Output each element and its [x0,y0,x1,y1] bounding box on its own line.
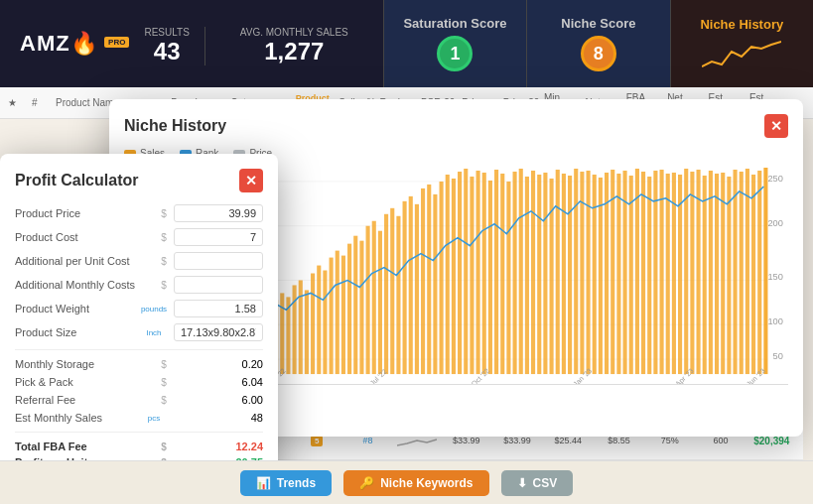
product-price-row: Product Price $ [15,204,263,222]
svg-rect-69 [488,181,492,374]
additional-unit-input[interactable] [174,252,263,270]
monthly-storage-row: Monthly Storage $ 0.20 [15,358,263,370]
svg-rect-51 [378,231,382,374]
product-weight-row: Product Weight pounds [15,300,263,317]
referral-label: Referral Fee [15,394,154,406]
sales-value: 1,277 [240,38,348,65]
product-cost-row: Product Cost $ [15,228,263,246]
product-size-input[interactable] [174,323,263,341]
svg-rect-60 [433,194,437,374]
svg-rect-112 [751,175,755,374]
svg-rect-105 [709,171,713,374]
svg-rect-50 [372,221,376,374]
svg-rect-44 [336,251,339,374]
product-size-row: Product Size Inch [15,323,263,341]
pick-pack-label: Pick & Pack [15,376,154,388]
product-weight-unit: pounds [134,305,174,314]
svg-rect-57 [415,204,419,374]
svg-rect-74 [519,169,523,374]
svg-rect-113 [757,171,761,374]
svg-rect-70 [494,170,498,374]
additional-monthly-row: Additional Monthly Costs $ [15,276,263,294]
svg-rect-53 [390,208,394,374]
product-margin-pct: 75% [648,436,691,445]
product-bsr: #8 [346,436,389,445]
product-price-label: Product Price [15,207,154,219]
product-revenue: $20,394 [750,436,793,446]
additional-unit-row: Additional per Unit Cost $ [15,252,263,270]
trends-button[interactable]: 📊 Trends [240,470,332,496]
logo: AMZ🔥 PRO [20,31,129,57]
saturation-badge: 1 [437,36,473,71]
modal-close-button[interactable]: ✕ [764,114,788,138]
additional-unit-unit: $ [154,256,174,267]
svg-rect-106 [715,174,719,374]
keywords-icon: 🔑 [359,476,374,490]
svg-rect-72 [506,182,510,374]
calc-divider-1 [15,349,263,350]
svg-rect-73 [513,172,517,374]
results-value: 43 [144,38,189,65]
pick-pack-row: Pick & Pack $ 6.04 [15,376,263,388]
bottom-action-bar: 📊 Trends 🔑 Niche Keywords ⬇ CSV [0,460,813,504]
svg-rect-42 [323,271,327,375]
product-cost-label: Product Cost [15,231,154,243]
niche-section: Niche Score 8 [526,0,669,87]
svg-rect-82 [568,176,572,374]
svg-rect-46 [347,244,351,374]
monthly-storage-unit: $ [154,359,174,370]
calc-header: Profit Calculator ✕ [15,169,263,192]
svg-rect-98 [666,174,670,374]
svg-text:250: 250 [767,174,782,184]
total-fba-label: Total FBA Fee [15,441,154,452]
svg-rect-108 [727,177,731,374]
csv-button[interactable]: ⬇ CSV [501,470,574,496]
additional-monthly-unit: $ [154,280,174,291]
product-net: $8.55 [598,436,640,445]
product-min-price: $25.44 [547,436,590,445]
history-section[interactable]: Niche History [670,0,813,87]
product-badge-col: 5 [296,436,339,445]
svg-rect-63 [452,179,456,374]
svg-rect-35 [280,293,284,374]
logo-section: AMZ🔥 PRO Results 43 Avg. Monthly Sales 1… [0,0,383,87]
svg-text:100: 100 [767,316,782,326]
additional-monthly-input[interactable] [174,276,263,294]
product-size-label: Product Size [15,326,134,338]
svg-text:50: 50 [773,351,783,361]
csv-icon: ⬇ [517,476,527,490]
product-price-input[interactable] [174,204,263,222]
col-star: ★ [8,97,28,108]
est-sales-unit: pcs [134,414,174,423]
svg-rect-94 [641,172,645,374]
top-bar: AMZ🔥 PRO Results 43 Avg. Monthly Sales 1… [0,0,813,87]
svg-rect-43 [330,258,334,374]
est-sales-label: Est Monthly Sales [15,412,134,424]
niche-keywords-button[interactable]: 🔑 Niche Keywords [343,470,488,496]
product-sales: 600 [699,436,742,445]
svg-rect-41 [317,266,321,375]
referral-value: 6.00 [174,394,263,406]
sales-stat: Avg. Monthly Sales 1,277 [225,27,363,65]
svg-rect-87 [599,178,603,374]
monthly-storage-label: Monthly Storage [15,358,154,370]
profit-calculator-modal: Profit Calculator ✕ Product Price $ Prod… [0,154,278,504]
col-num: # [32,97,52,108]
product-weight-input[interactable] [174,300,263,317]
svg-rect-58 [421,189,425,374]
svg-rect-49 [366,226,370,374]
results-label: Results [144,27,189,38]
svg-rect-54 [396,216,400,374]
saturation-title: Saturation Score [403,16,506,31]
svg-rect-38 [299,280,303,374]
referral-row: Referral Fee $ 6.00 [15,394,263,406]
svg-rect-61 [440,182,444,374]
saturation-section: Saturation Score 1 [383,0,526,87]
total-fba-unit: $ [154,441,174,452]
svg-rect-110 [740,172,744,374]
calc-close-button[interactable]: ✕ [239,169,263,192]
product-cost-input[interactable] [174,228,263,246]
history-mini-chart [702,37,781,71]
svg-rect-79 [550,179,554,374]
rank-badge: 5 [311,436,323,446]
